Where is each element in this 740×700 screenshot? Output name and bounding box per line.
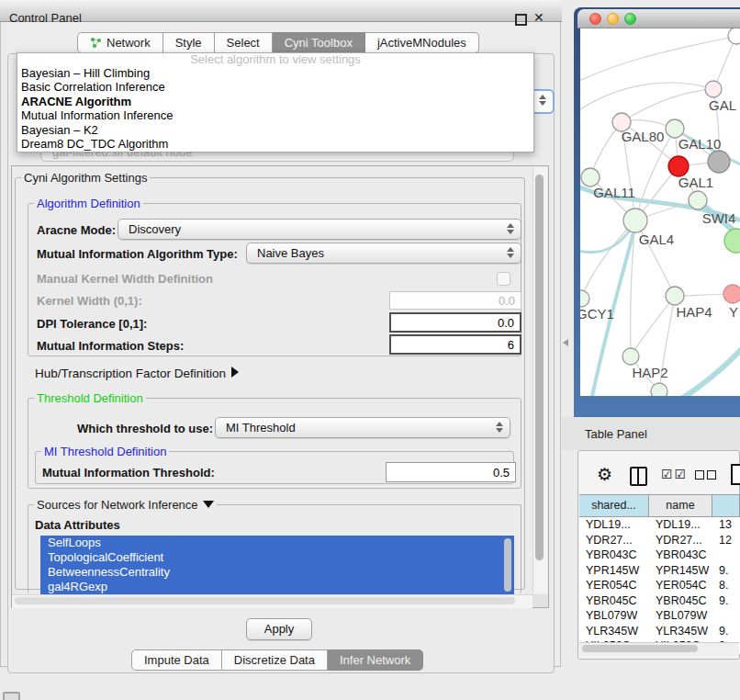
- table-cell: [712, 608, 740, 624]
- table-cell: YDR27...: [649, 533, 712, 548]
- table-cell: YLR345W: [579, 624, 649, 639]
- network-node-hap4[interactable]: [666, 287, 684, 305]
- table-row[interactable]: YDR27...YDR27...12: [579, 533, 740, 548]
- gear-icon[interactable]: ⚙: [597, 464, 612, 485]
- kernel-width-field[interactable]: 0.0: [389, 291, 521, 310]
- table-row[interactable]: YBR043CYBR043C: [579, 548, 740, 563]
- combo-arrows-icon: [496, 422, 503, 433]
- column-header-2[interactable]: [712, 495, 740, 516]
- dpi-tolerance-label: DPI Tolerance [0,1]:: [37, 317, 147, 331]
- scrollbar-corner: [533, 594, 548, 607]
- column-header-name[interactable]: name: [649, 495, 712, 516]
- tab-infer-network[interactable]: Infer Network: [328, 649, 423, 671]
- unchecked-box-icon[interactable]: [707, 470, 716, 480]
- tab-jactivemnodules[interactable]: jActiveMNodules: [365, 32, 479, 53]
- dropdown-item-bayesian-k2[interactable]: Bayesian – K2: [17, 123, 533, 137]
- cyni-bottom-tabbar: Impute DataDiscretize DataInfer Network: [131, 649, 423, 671]
- tab-network[interactable]: Network: [77, 32, 163, 53]
- network-node[interactable]: [651, 383, 667, 396]
- attribute-item-selfloops[interactable]: SelfLoops: [40, 536, 514, 550]
- network-window-titlebar[interactable]: [577, 9, 740, 28]
- mi-type-combo[interactable]: Naive Bayes: [246, 243, 521, 264]
- dropdown-item-aracne-algorithm[interactable]: ARACNE Algorithm: [17, 95, 533, 108]
- network-node-gal1[interactable]: [668, 156, 689, 176]
- network-node-hap2[interactable]: [622, 348, 639, 365]
- vertical-scrollbar-thumb[interactable]: [535, 175, 544, 560]
- tab-style[interactable]: Style: [163, 32, 215, 53]
- tab-discretize-data[interactable]: Discretize Data: [222, 649, 328, 671]
- attribute-item-gal4rgexp[interactable]: gal4RGexp: [40, 580, 514, 594]
- float-window-icon[interactable]: [515, 14, 527, 26]
- network-node-gal4[interactable]: [623, 209, 647, 232]
- zoom-traffic-light[interactable]: [624, 13, 636, 25]
- dropdown-item-bayesian-hill-climbing[interactable]: Bayesian – Hill Climbing: [17, 66, 533, 80]
- table-cell: YDL19...: [579, 517, 649, 533]
- mi-threshold-field[interactable]: 0.5: [386, 462, 516, 482]
- attribute-item-topologicalcoefficient[interactable]: TopologicalCoefficient: [40, 550, 514, 565]
- hub-section-toggle[interactable]: Hub/Transcription Factor Definition: [35, 367, 239, 380]
- table-header-row[interactable]: shared...name: [579, 494, 740, 517]
- horizontal-scrollbar-thumb[interactable]: [15, 597, 515, 604]
- table-row[interactable]: YBR045CYBR045C9.: [579, 593, 740, 609]
- column-header-shared-[interactable]: shared...: [579, 495, 649, 516]
- table-row[interactable]: YDL19...YDL19...13: [579, 517, 740, 533]
- data-attributes-list[interactable]: SelfLoopsTopologicalCoefficientBetweenne…: [40, 536, 514, 594]
- manual-kernel-label: Manual Kernel Width Definition: [37, 272, 213, 286]
- network-node-gcy1[interactable]: [580, 290, 589, 307]
- network-node[interactable]: [728, 28, 740, 44]
- network-node[interactable]: [724, 229, 740, 253]
- network-node-swi4[interactable]: [689, 191, 707, 209]
- table-cell: 9.: [712, 624, 740, 639]
- table-row[interactable]: YPR145WYPR145W9.: [579, 563, 740, 579]
- aracne-mode-combo[interactable]: Discovery: [118, 219, 521, 240]
- node-label-gal1: GAL1: [678, 175, 713, 190]
- mi-steps-field[interactable]: 6: [389, 334, 521, 355]
- network-node-y[interactable]: [723, 285, 740, 303]
- control-panel-titlebar[interactable]: [0, 0, 562, 22]
- table-cell: 8.: [712, 578, 740, 593]
- table-row[interactable]: YLR345WYLR345W9.: [579, 624, 740, 639]
- control-panel-tabbar: NetworkStyleSelectCyni ToolboxjActiveMNo…: [77, 32, 479, 53]
- dropdown-item-mutual-information-inference[interactable]: Mutual Information Inference: [17, 108, 533, 122]
- which-threshold-combo[interactable]: MI Threshold: [215, 417, 510, 438]
- dropdown-item-basic-correlation-inference[interactable]: Basic Correlation Inference: [17, 80, 533, 94]
- table-row[interactable]: YER054CYER054C8.: [579, 578, 740, 593]
- network-node-gal10[interactable]: [666, 119, 684, 138]
- table-rows[interactable]: YDL19...YDL19...13YDR27...YDR27...12YBR0…: [579, 517, 740, 654]
- algorithm-dropdown-popup: Select algorithm to view settings Bayesi…: [17, 52, 534, 152]
- dropdown-placeholder: Select algorithm to view settings: [17, 53, 533, 66]
- panel-divider-handle[interactable]: [563, 339, 568, 346]
- manual-kernel-checkbox[interactable]: [497, 272, 510, 286]
- tab-cyni-toolbox[interactable]: Cyni Toolbox: [273, 32, 365, 53]
- network-view-canvas[interactable]: GALGAL80GAL10GAL1GAL11SWI4GAL4GCY1HAP4YH…: [580, 28, 740, 396]
- checked-columns-icon[interactable]: ☑☑: [661, 467, 688, 481]
- page-icon[interactable]: [731, 464, 740, 485]
- collapse-down-icon: [203, 501, 214, 508]
- columns-icon[interactable]: [630, 467, 647, 486]
- close-traffic-light[interactable]: [589, 13, 601, 25]
- dropdown-item-dream8-dc-tdc-algorithm[interactable]: Dream8 DC_TDC Algorithm: [17, 137, 533, 151]
- network-node-gal11[interactable]: [581, 168, 600, 186]
- network-node-gal[interactable]: [705, 81, 722, 97]
- table-cell: YDR27...: [579, 533, 649, 548]
- table-cell: YBR045C: [579, 593, 649, 609]
- table-cell: YLR345W: [649, 624, 712, 639]
- node-label-gal: GAL: [709, 97, 736, 113]
- dpi-tolerance-field[interactable]: 0.0: [389, 312, 521, 333]
- tab-impute-data[interactable]: Impute Data: [131, 649, 222, 671]
- combo-arrows-icon: [507, 223, 514, 234]
- table-horizontal-scrollbar-thumb[interactable]: [582, 645, 698, 652]
- network-node[interactable]: [708, 151, 730, 173]
- node-label-gal10: GAL10: [678, 136, 722, 152]
- apply-button[interactable]: Apply: [246, 618, 312, 640]
- unchecked-box-icon[interactable]: [695, 470, 704, 480]
- table-panel-title: Table Panel: [585, 427, 647, 441]
- collapsed-panel-icon[interactable]: [3, 692, 20, 700]
- list-scrollbar-thumb[interactable]: [504, 538, 511, 592]
- node-label-y: Y: [729, 304, 738, 320]
- minimize-traffic-light[interactable]: [607, 13, 619, 25]
- table-row[interactable]: YBL079WYBL079W: [579, 608, 740, 624]
- close-icon[interactable]: ✕: [533, 10, 544, 25]
- attribute-item-betweennesscentrality[interactable]: BetweennessCentrality: [40, 565, 514, 580]
- tab-select[interactable]: Select: [215, 32, 273, 53]
